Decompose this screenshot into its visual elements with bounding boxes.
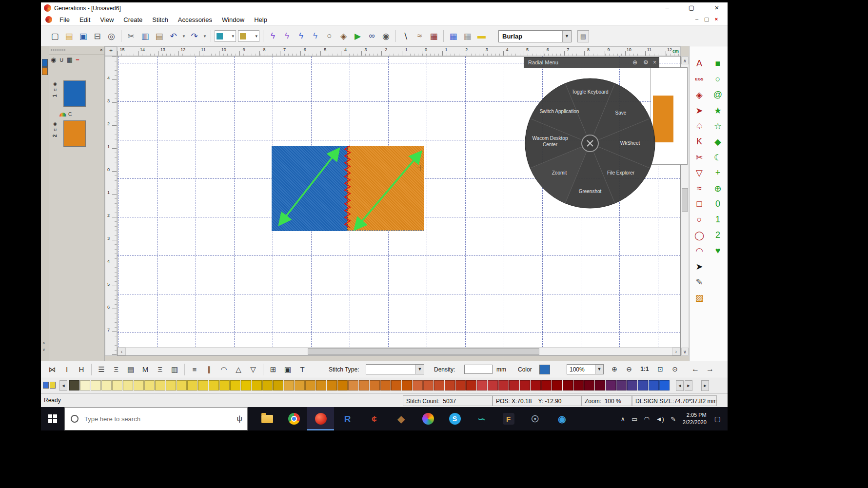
palette-swatch[interactable] bbox=[434, 380, 444, 390]
menu-window[interactable]: Window bbox=[217, 14, 249, 26]
glasses-3d-icon[interactable]: ∞ bbox=[365, 30, 378, 42]
palette-swatch[interactable] bbox=[563, 380, 573, 390]
palette-swatch[interactable] bbox=[316, 380, 326, 390]
radial-item-wacom-desktop-center[interactable]: Wacom Desktop Center bbox=[529, 136, 572, 148]
radial-close-icon[interactable]: × bbox=[653, 59, 656, 66]
stitch-bolt-2-icon[interactable]: ϟ bbox=[280, 30, 294, 42]
palette-swatch[interactable] bbox=[305, 380, 316, 390]
palette-swatch[interactable] bbox=[606, 380, 616, 390]
search-input[interactable] bbox=[84, 415, 216, 423]
chrome-icon[interactable] bbox=[280, 407, 307, 430]
palette-swatch[interactable] bbox=[69, 380, 79, 390]
r-app-icon[interactable]: R bbox=[334, 407, 361, 430]
tri-down-icon[interactable]: ▽ bbox=[246, 364, 260, 375]
stitch-color-swatch[interactable] bbox=[539, 365, 550, 374]
start-button[interactable] bbox=[41, 407, 64, 430]
palette-tool-icon[interactable] bbox=[50, 382, 56, 389]
palette-swatch[interactable] bbox=[337, 380, 348, 390]
eye-icon[interactable]: ◉ bbox=[51, 56, 56, 63]
palette-swatch[interactable] bbox=[380, 380, 391, 390]
vertical-scroll-thumb[interactable] bbox=[682, 188, 688, 212]
taskbar-clock[interactable]: 2:05 PM 2/22/2020 bbox=[683, 411, 707, 426]
chevron-down-icon[interactable]: ▼ bbox=[415, 365, 424, 374]
minimize-button[interactable]: – bbox=[658, 2, 676, 14]
palette-swatch[interactable] bbox=[134, 380, 144, 390]
palette-swatch[interactable] bbox=[262, 380, 273, 390]
ellipse-tool-icon[interactable]: ◯ bbox=[692, 230, 707, 241]
zoom-fit-icon[interactable]: ⊡ bbox=[654, 364, 666, 375]
palette-swatch[interactable] bbox=[295, 380, 305, 390]
palette-swatch[interactable] bbox=[359, 380, 369, 390]
layer-row-2[interactable]: ◉ ∪ 2 bbox=[50, 120, 103, 150]
palette-swatch[interactable] bbox=[445, 380, 455, 390]
palette-swatch[interactable] bbox=[209, 380, 219, 390]
tray-chevron-icon[interactable]: ∧ bbox=[621, 415, 626, 423]
radial-menu-titlebar[interactable]: Radial Menu ⊕ ⚙ × bbox=[524, 57, 659, 68]
palette-swatch[interactable] bbox=[402, 380, 412, 390]
line-2-icon[interactable]: ∥ bbox=[202, 364, 216, 375]
menu-edit[interactable]: Edit bbox=[75, 14, 95, 26]
scroll-up-icon[interactable]: ∧ bbox=[681, 57, 689, 64]
blue-app-icon[interactable]: ◉ bbox=[549, 407, 575, 430]
menu-create[interactable]: Create bbox=[118, 14, 147, 26]
palette-swatch[interactable] bbox=[166, 380, 176, 390]
palette-swatch[interactable] bbox=[595, 380, 605, 390]
radial-item-zoomit[interactable]: Zoomit bbox=[538, 170, 581, 176]
close-button[interactable]: × bbox=[708, 2, 726, 14]
wrench-icon[interactable]: ⚙ bbox=[643, 59, 649, 66]
palette-swatch[interactable] bbox=[573, 380, 584, 390]
skype-icon[interactable]: S bbox=[441, 407, 468, 430]
palette-swatch[interactable] bbox=[498, 380, 509, 390]
zoom-in-icon[interactable]: ⊕ bbox=[609, 364, 620, 375]
stitch-bolt-4-icon[interactable]: ϟ bbox=[309, 30, 322, 42]
f-app-icon[interactable]: F bbox=[495, 407, 522, 430]
nav-back-icon[interactable]: ← bbox=[690, 364, 701, 375]
remove-layer-icon[interactable]: − bbox=[76, 56, 79, 63]
undo-icon[interactable]: ↶ bbox=[167, 30, 180, 42]
radial-item-toggle-keyboard[interactable]: Toggle Keyboard bbox=[569, 89, 612, 96]
palette-swatch[interactable] bbox=[649, 380, 659, 390]
fill-3-icon[interactable]: ▤ bbox=[124, 364, 138, 375]
palette-swatch[interactable] bbox=[273, 380, 283, 390]
stitch-bolt-3-icon[interactable]: ϟ bbox=[295, 30, 308, 42]
palette-swatch[interactable] bbox=[413, 380, 423, 390]
feather-app-icon[interactable]: ∽ bbox=[468, 407, 495, 430]
lettering-icon[interactable]: A bbox=[692, 58, 707, 69]
layer-eye-icon[interactable]: ◉ bbox=[53, 121, 57, 126]
machine-icon[interactable]: ▦ bbox=[427, 30, 440, 42]
palette-swatch[interactable] bbox=[241, 380, 251, 390]
taskbar-search[interactable]: ψ bbox=[64, 407, 248, 430]
palette-swatch[interactable] bbox=[466, 380, 476, 390]
layer-lock-icon[interactable]: ∪ bbox=[54, 127, 57, 132]
fill-4-icon[interactable]: Μ bbox=[138, 364, 152, 375]
menu-view[interactable]: View bbox=[95, 14, 118, 26]
palette-swatch[interactable] bbox=[327, 380, 337, 390]
palette-swatch[interactable] bbox=[230, 380, 240, 390]
tray-display-icon[interactable]: ▭ bbox=[631, 415, 637, 423]
stitch-type-select[interactable]: ▼ bbox=[366, 364, 424, 374]
thread-combo-1[interactable]: ▾ bbox=[215, 30, 236, 42]
thread-combo-2[interactable]: ▾ bbox=[238, 30, 259, 42]
grid-icon[interactable]: ▦ bbox=[67, 56, 73, 63]
palette-swatch[interactable] bbox=[112, 380, 122, 390]
paste-icon[interactable]: ▤ bbox=[153, 30, 166, 42]
radial-item-file-explorer[interactable]: File Explorer bbox=[599, 170, 642, 176]
fill-1-icon[interactable]: ☰ bbox=[95, 364, 108, 375]
palette-swatch[interactable] bbox=[541, 380, 552, 390]
mdi-restore-button[interactable]: ▢ bbox=[702, 16, 711, 23]
fabric-settings-button[interactable]: ▤ bbox=[577, 30, 589, 42]
palette-swatch[interactable] bbox=[616, 380, 627, 390]
nav-forward-icon[interactable]: → bbox=[704, 364, 716, 375]
fill-rect-icon[interactable]: ■ bbox=[710, 58, 725, 69]
zoom-out-icon[interactable]: ⊖ bbox=[623, 364, 635, 375]
actual-size-button[interactable]: 1:1 bbox=[638, 364, 651, 375]
palette-swatch[interactable] bbox=[284, 380, 294, 390]
pin-icon[interactable]: ⊕ bbox=[632, 59, 637, 66]
palette-swatch[interactable] bbox=[91, 380, 101, 390]
motif-icon[interactable]: ◈ bbox=[692, 89, 707, 100]
arc-tool-icon[interactable]: ◠ bbox=[692, 245, 707, 256]
strip-down-icon[interactable]: ∨ bbox=[42, 348, 45, 352]
curve-icon[interactable]: ◠ bbox=[217, 364, 231, 375]
radial-item-wksheet[interactable]: WkSheet bbox=[609, 140, 651, 147]
rect-tool-icon[interactable]: □ bbox=[692, 198, 707, 210]
